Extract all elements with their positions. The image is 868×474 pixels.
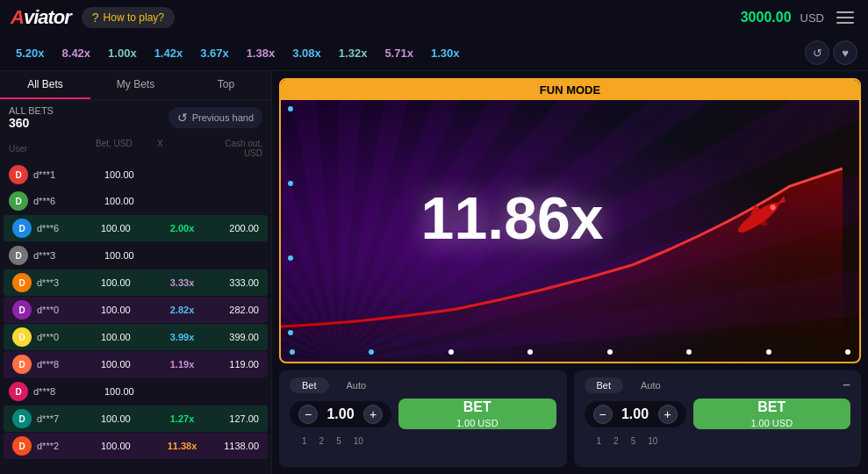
bet-mult-3 [166,254,205,257]
bet-user-8: D d***8 [9,382,104,401]
mult-val-9[interactable]: 1.30x [426,45,465,61]
increase-btn-left[interactable]: + [363,405,383,424]
avatar-5: D [12,300,32,320]
bet-panel-left: Bet Auto − 1.00 + BET 1.00 USD 1 [279,370,567,467]
dot-2 [369,349,374,355]
bet-cashout-7: 119.00 [202,359,259,370]
bet-row: D d***7 100.00 1.27x 127.00 [4,406,268,432]
game-area: FUN MODE [272,71,868,474]
bet-user-2: D d***6 [12,219,101,238]
question-icon: ? [92,11,99,25]
mult-val-5[interactable]: 1.38x [241,45,281,61]
mult-val-1[interactable]: 8.42x [57,45,97,61]
decrease-btn-left[interactable]: − [298,405,318,424]
quick-10-left[interactable]: 10 [350,434,367,448]
username-8: d***8 [33,386,55,397]
bet-row: D d***3 100.00 3.33x 333.00 [4,269,268,296]
bet-cashout-4: 333.00 [202,277,259,288]
how-to-play-button[interactable]: ? How to play? [82,7,175,28]
left-dot-2 [288,181,293,186]
amount-row-left: − 1.00 + BET 1.00 USD [290,399,556,429]
bet-mult-8 [166,390,205,393]
quick-2-left[interactable]: 2 [316,434,328,448]
quick-5-left[interactable]: 5 [333,434,345,448]
bet-button-right[interactable]: BET 1.00 USD [693,399,851,429]
mult-val-2[interactable]: 1.00x [103,45,142,61]
prev-hand-button[interactable]: ↺ Previous hand [169,107,262,128]
tab-my-bets[interactable]: My Bets [90,71,181,99]
balance-value: 3000.00 [741,10,792,25]
bet-row: D d***8 100.00 1.19x 119.00 [4,351,268,377]
quick-5-right[interactable]: 5 [628,434,640,448]
username-9: d***7 [37,413,59,424]
fun-mode-banner: FUN MODE [281,80,859,100]
dot-1 [290,349,295,355]
increase-btn-right[interactable]: + [658,405,678,424]
bet-amount-5: 100.00 [101,305,162,315]
bet-row: D d***0 100.00 2.82x 282.00 [4,297,268,323]
bet-button-left[interactable]: BET 1.00 USD [398,399,556,429]
mult-val-0[interactable]: 5.20x [11,45,50,61]
bet-amount-9: 100.00 [101,413,162,424]
dot-5 [607,349,613,355]
bet-label-right: BET [757,399,786,417]
bet-user-5: D d***0 [12,300,101,320]
username-0: d***1 [33,169,55,180]
username-4: d***3 [37,277,59,288]
menu-button[interactable] [833,8,857,27]
tab-all-bets[interactable]: All Bets [0,71,90,99]
all-bets-label: ALL BETS [9,105,54,116]
avatar-3: D [9,246,28,265]
all-bets-count: 360 [9,116,54,130]
bet-row: D d***3 100.00 [0,242,271,269]
tab-bet-right[interactable]: Bet [585,377,624,393]
avatar-0: D [9,165,28,184]
bet-mult-0 [166,173,205,176]
left-dot-3 [288,255,293,261]
tab-top[interactable]: Top [181,71,271,99]
bet-amount-4: 100.00 [101,277,162,288]
game-canvas: FUN MODE [279,78,861,363]
decrease-btn-right[interactable]: − [593,405,613,424]
logo: Aviator [11,6,71,29]
mult-val-4[interactable]: 3.67x [195,45,234,61]
bet-user-1: D d***6 [9,191,104,211]
tab-bet-left[interactable]: Bet [290,377,329,393]
bet-row: D d***6 100.00 2.00x 200.00 [4,215,268,241]
mult-val-6[interactable]: 3.08x [287,45,326,61]
panel-tabs-right: Bet Auto − [585,377,851,393]
header-user: User [9,139,96,158]
mult-val-8[interactable]: 5.71x [379,45,419,61]
bet-cashout-2: 200.00 [202,223,259,233]
avatar-8: D [9,382,28,401]
bet-cashout-9: 127.00 [202,413,259,424]
bet-amount-8: 100.00 [104,386,166,397]
dot-3 [448,349,454,355]
remove-panel-icon[interactable]: − [843,377,850,393]
tab-auto-right[interactable]: Auto [628,377,673,393]
username-3: d***3 [33,250,55,261]
bet-row: D d***8 100.00 [0,378,271,405]
mult-val-7[interactable]: 1.32x [334,45,373,61]
bet-amount-6: 100.00 [101,332,162,342]
bet-user-6: D d***0 [12,327,101,347]
bet-mult-9: 1.27x [162,412,202,426]
quick-2-right[interactable]: 2 [610,434,622,448]
mult-icons-area: ↺ ♥ [805,40,857,65]
all-bets-info: ALL BETS 360 [9,105,54,130]
tab-auto-left[interactable]: Auto [334,377,379,393]
bets-list: D d***1 100.00 D d***6 100.00 D d***6 10… [0,162,271,474]
history-icon[interactable]: ↺ [805,40,829,65]
quick-1-right[interactable]: 1 [593,434,606,448]
avatar-6: D [12,327,32,347]
username-6: d***0 [37,332,59,342]
bet-row: D d***2 100.00 11.38x 1138.00 [4,433,268,459]
quick-amounts-right: 1 2 5 10 [585,434,851,448]
quick-10-right[interactable]: 10 [644,434,661,448]
quick-1-left[interactable]: 1 [298,434,311,448]
mult-val-3[interactable]: 1.42x [149,45,189,61]
bet-user-3: D d***3 [9,246,104,265]
left-dot-4 [288,330,293,335]
bet-amount-2: 100.00 [101,223,162,233]
favorite-icon[interactable]: ♥ [833,40,857,65]
